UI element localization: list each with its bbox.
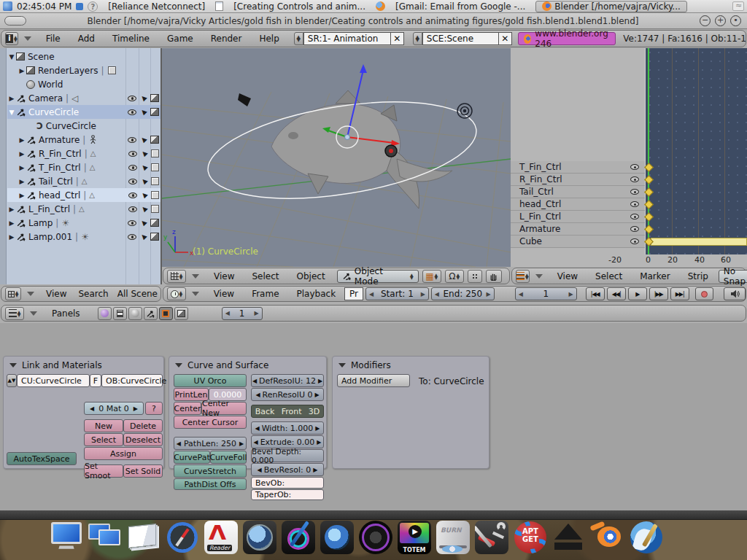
- next-keyframe-button[interactable]: |▶▶: [649, 287, 668, 300]
- collapse-menu-icon[interactable]: [30, 311, 37, 316]
- selectable-cursor-icon[interactable]: ▶: [140, 205, 149, 214]
- collapse-menu-icon[interactable]: [535, 274, 543, 279]
- action-menu-marker[interactable]: Marker: [631, 271, 678, 281]
- mode-dropdown[interactable]: Object Mode ▲▼: [337, 270, 419, 283]
- taskbar-window-docs[interactable]: [Creating Controls and anim...: [228, 1, 371, 12]
- screen-delete-icon[interactable]: ✕: [391, 32, 404, 45]
- center-button[interactable]: Center: [174, 402, 201, 415]
- curve-browse-button[interactable]: ▲▼: [7, 374, 17, 387]
- expand-icon[interactable]: ▶: [18, 136, 26, 144]
- timeline-menu-view[interactable]: View: [205, 289, 243, 299]
- end-frame-stepper[interactable]: ◀End: 250▶: [431, 287, 495, 300]
- menu-file[interactable]: File: [37, 34, 69, 44]
- outliner-row-t-fin-ctrl[interactable]: ▶T_Fin_Ctrl|△ ▶: [7, 160, 162, 174]
- shading-context-button[interactable]: [128, 307, 142, 320]
- preview-range-button[interactable]: Pr: [344, 287, 363, 300]
- collapse-menu-icon[interactable]: [192, 292, 199, 296]
- outliner-row-curvecircle-data[interactable]: ƆCurveCircle: [7, 119, 162, 133]
- menu-add[interactable]: Add: [69, 34, 104, 44]
- menu-timeline[interactable]: Timeline: [104, 34, 158, 44]
- visibility-eye-icon[interactable]: [128, 109, 136, 115]
- start-frame-stepper[interactable]: ◀Start: 1▶: [365, 287, 429, 300]
- expand-icon[interactable]: ▶: [7, 206, 16, 213]
- outliner-row-lamp[interactable]: ▶Lamp|☀ ▶: [7, 216, 162, 230]
- expand-icon[interactable]: ▶: [18, 164, 26, 171]
- outliner-scenes-dropdown[interactable]: All Scene: [115, 289, 160, 299]
- play-button[interactable]: ▶: [628, 287, 647, 300]
- taskbar-window-gmail[interactable]: [Gmail: Email from Google -...: [390, 1, 531, 12]
- scene-context-button[interactable]: [174, 307, 188, 320]
- pathdist-button[interactable]: PathDist Offs: [174, 478, 247, 490]
- visibility-eye-icon[interactable]: [128, 96, 136, 101]
- viewport-3d[interactable]: x z y (1) CurveCircle: [162, 48, 511, 267]
- dock-documents-icon[interactable]: [125, 519, 162, 556]
- mute-audio-button[interactable]: [724, 287, 746, 300]
- channel-tail-ctrl[interactable]: Tail_Ctrl: [511, 186, 645, 198]
- renderable-icon[interactable]: [150, 233, 159, 241]
- screen-name-field[interactable]: SR:1- Animation: [303, 32, 391, 45]
- channel-eye-icon[interactable]: [630, 189, 639, 195]
- selectable-cursor-icon[interactable]: ▶: [140, 149, 149, 158]
- dock-browser-compass-icon[interactable]: [164, 519, 201, 556]
- outliner-row-scene[interactable]: ▼Scene: [7, 50, 162, 63]
- expand-icon[interactable]: ▶: [18, 150, 26, 158]
- dock-blender-icon[interactable]: [589, 519, 626, 556]
- dock-apt-get-icon[interactable]: APTGET: [512, 519, 549, 556]
- scene-browse-button[interactable]: ▲▼: [413, 32, 422, 45]
- collapse-panel-icon[interactable]: [338, 363, 346, 368]
- visibility-eye-icon[interactable]: [128, 234, 136, 240]
- previous-keyframe-button[interactable]: ◀◀|: [607, 287, 626, 300]
- dock-adobe-reader-icon[interactable]: Λ Reader: [203, 519, 239, 556]
- renderable-icon[interactable]: [151, 163, 159, 171]
- back-front-3d-toggle[interactable]: BackFront3D: [251, 405, 324, 418]
- window-menu-button[interactable]: [4, 16, 26, 26]
- expand-icon[interactable]: ▶: [18, 192, 26, 199]
- jump-to-start-button[interactable]: |◀◀: [586, 287, 605, 300]
- material-delete-button[interactable]: Delete: [123, 419, 163, 432]
- toggle-icon[interactable]: [108, 66, 116, 74]
- dock-cd-creator-icon[interactable]: [280, 519, 317, 556]
- outliner-type-button[interactable]: ▲▼: [5, 287, 21, 300]
- viewport-menu-object[interactable]: Object: [288, 271, 334, 281]
- set-solid-button[interactable]: Set Solid: [123, 464, 163, 478]
- renderable-icon[interactable]: [151, 177, 159, 185]
- dock-totem-player-icon[interactable]: ▶ TOTEM: [396, 519, 433, 556]
- collapse-panel-icon[interactable]: [9, 363, 17, 368]
- dock-burn-icon[interactable]: BURN: [435, 519, 471, 556]
- cube-action-strip[interactable]: [651, 238, 747, 246]
- material-assign-button[interactable]: Assign: [84, 447, 163, 460]
- outliner-menu-search[interactable]: Search: [72, 289, 114, 299]
- visibility-eye-icon[interactable]: [128, 192, 137, 198]
- taskbar-window-blender[interactable]: Blender [/home/vajra/Vicky...: [535, 1, 686, 12]
- selectable-cursor-icon[interactable]: ▶: [140, 163, 149, 172]
- dock-speaker-blue-icon[interactable]: [319, 519, 355, 556]
- channel-eye-icon[interactable]: [630, 226, 639, 232]
- scene-name-field[interactable]: SCE:Scene: [422, 32, 499, 45]
- dock-workspaces-icon[interactable]: [87, 519, 123, 556]
- manipulator-hand-button[interactable]: [486, 270, 502, 283]
- taskbar-window-netconnect[interactable]: [Reliance Netconnect]: [102, 1, 211, 12]
- snap-dropdown[interactable]: No Snap ▲▼: [719, 270, 747, 283]
- selectable-cursor-icon[interactable]: ▶: [139, 108, 148, 117]
- wifi-signal-icon[interactable]: [732, 1, 744, 11]
- outliner-row-curvecircle[interactable]: ▼CurveCircle ▶: [7, 105, 162, 119]
- width-stepper[interactable]: ◀Width: 1.000▶: [251, 421, 324, 435]
- outliner-row-lamp-001[interactable]: ▶Lamp.001|☀ ▶: [7, 230, 162, 244]
- collapse-panel-icon[interactable]: [175, 363, 182, 368]
- action-menu-select[interactable]: Select: [587, 271, 631, 281]
- selectable-cursor-icon[interactable]: ▶: [139, 94, 148, 103]
- channel-eye-icon[interactable]: [630, 214, 639, 219]
- expand-icon[interactable]: ▼: [7, 109, 16, 116]
- panel-header-link-materials[interactable]: Link and Materials: [4, 357, 163, 374]
- minimize-button[interactable]: −: [700, 15, 711, 26]
- autotexspace-button[interactable]: AutoTexSpace: [7, 452, 77, 465]
- pathlen-stepper[interactable]: ◀PathLen: 250▶: [174, 437, 247, 450]
- channel-cube[interactable]: Cube: [511, 236, 645, 248]
- curve-name-field[interactable]: CU:CurveCircle: [17, 374, 90, 387]
- fake-user-button[interactable]: F: [90, 374, 101, 387]
- curvestretch-button[interactable]: CurveStretch: [174, 464, 247, 478]
- material-help-button[interactable]: ?: [145, 402, 163, 415]
- keyframe-grid[interactable]: [645, 48, 747, 254]
- expand-icon[interactable]: ▶: [7, 95, 16, 102]
- dock-eject-icon[interactable]: [551, 519, 587, 556]
